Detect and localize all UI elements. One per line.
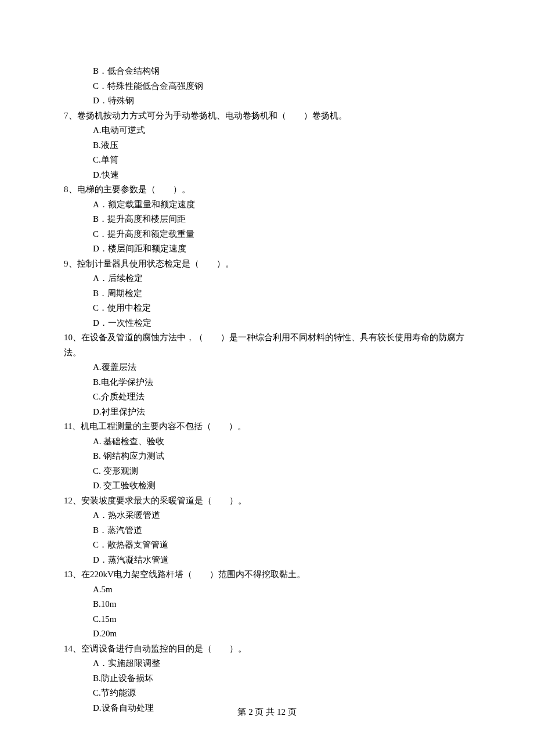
option-b: B．提升高度和楼层间距	[93, 212, 470, 227]
option-b: B.防止设备损坏	[93, 671, 470, 686]
question-stem: 7、卷扬机按动力方式可分为手动卷扬机、电动卷扬机和（ ）卷扬机。	[64, 109, 470, 124]
option-a: A．额定载重量和额定速度	[93, 197, 470, 213]
option-list: A.5m B.10m C.15m D.20m	[64, 582, 470, 642]
question-9: 9、控制计量器具使用状态检定是（ ）。 A．后续检定 B．周期检定 C．使用中检…	[64, 257, 470, 331]
option-a: A. 基础检查、验收	[93, 434, 470, 449]
option-c: C.15m	[93, 612, 470, 627]
option-list: A．后续检定 B．周期检定 C．使用中检定 D．一次性检定	[64, 271, 470, 330]
option-c: C. 变形观测	[93, 464, 470, 479]
option-list: A.电动可逆式 B.液压 C.单筒 D.快速	[64, 123, 470, 182]
option-d: D．特殊钢	[93, 93, 470, 109]
question-stem: 9、控制计量器具使用状态检定是（ ）。	[64, 257, 470, 272]
option-list: A．热水采暖管道 B．蒸汽管道 C．散热器支管管道 D．蒸汽凝结水管道	[64, 508, 470, 567]
option-b: B．低合金结构钢	[93, 64, 470, 79]
option-d: D．楼层间距和额定速度	[93, 242, 470, 257]
question-stem: 11、机电工程测量的主要内容不包括（ ）。	[64, 419, 470, 434]
option-b: B．蒸汽管道	[93, 523, 470, 538]
option-d: D.衬里保护法	[93, 405, 470, 420]
page-container: B．低合金结构钢 C．特殊性能低合金高强度钢 D．特殊钢 7、卷扬机按动力方式可…	[0, 0, 534, 756]
option-a: A．后续检定	[93, 271, 470, 286]
question-8: 8、电梯的主要参数是（ ）。 A．额定载重量和额定速度 B．提升高度和楼层间距 …	[64, 182, 470, 257]
question-stem: 8、电梯的主要参数是（ ）。	[64, 182, 470, 197]
option-c: C．提升高度和额定载重量	[93, 227, 470, 242]
option-list: A.覆盖层法 B.电化学保护法 C.介质处理法 D.衬里保护法	[64, 360, 470, 419]
question-13: 13、在220kV电力架空线路杆塔（ ）范围内不得挖取黏土。 A.5m B.10…	[64, 567, 470, 642]
question-12: 12、安装坡度要求最大的采暖管道是（ ）。 A．热水采暖管道 B．蒸汽管道 C．…	[64, 494, 470, 568]
option-b: B. 钢结构应力测试	[93, 449, 470, 464]
option-a: A．热水采暖管道	[93, 508, 470, 523]
option-c: C.单筒	[93, 153, 470, 168]
option-d: D.快速	[93, 168, 470, 183]
option-c: C.介质处理法	[93, 390, 470, 405]
option-d: D. 交工验收检测	[93, 478, 470, 494]
option-b: B．周期检定	[93, 286, 470, 301]
option-c: C．特殊性能低合金高强度钢	[93, 79, 470, 94]
question-stem: 12、安装坡度要求最大的采暖管道是（ ）。	[64, 494, 470, 509]
question-stem: 13、在220kV电力架空线路杆塔（ ）范围内不得挖取黏土。	[64, 567, 470, 582]
option-c: C.节约能源	[93, 686, 470, 701]
option-c: C．散热器支管管道	[93, 538, 470, 553]
question-11: 11、机电工程测量的主要内容不包括（ ）。 A. 基础检查、验收 B. 钢结构应…	[64, 419, 470, 494]
option-a: A.覆盖层法	[93, 360, 470, 375]
question-10: 10、在设备及管道的腐蚀方法中，（ ）是一种综合利用不同材料的特性、具有较长使用…	[64, 330, 470, 419]
page-footer: 第 2 页 共 12 页	[0, 705, 534, 720]
option-d: D.20m	[93, 627, 470, 642]
option-d: D．蒸汽凝结水管道	[93, 553, 470, 568]
option-a: A.5m	[93, 582, 470, 597]
q6-options-fragment: B．低合金结构钢 C．特殊性能低合金高强度钢 D．特殊钢	[64, 64, 470, 109]
option-b: B.电化学保护法	[93, 375, 470, 390]
question-stem: 14、空调设备进行自动监控的目的是（ ）。	[64, 642, 470, 657]
option-list: A．额定载重量和额定速度 B．提升高度和楼层间距 C．提升高度和额定载重量 D．…	[64, 197, 470, 257]
option-a: A．实施超限调整	[93, 656, 470, 671]
option-b: B.液压	[93, 138, 470, 153]
option-a: A.电动可逆式	[93, 123, 470, 138]
question-7: 7、卷扬机按动力方式可分为手动卷扬机、电动卷扬机和（ ）卷扬机。 A.电动可逆式…	[64, 109, 470, 183]
option-list: A. 基础检查、验收 B. 钢结构应力测试 C. 变形观测 D. 交工验收检测	[64, 434, 470, 494]
option-b: B.10m	[93, 597, 470, 612]
question-stem: 10、在设备及管道的腐蚀方法中，（ ）是一种综合利用不同材料的特性、具有较长使用…	[64, 330, 470, 360]
option-d: D．一次性检定	[93, 316, 470, 331]
option-c: C．使用中检定	[93, 301, 470, 316]
